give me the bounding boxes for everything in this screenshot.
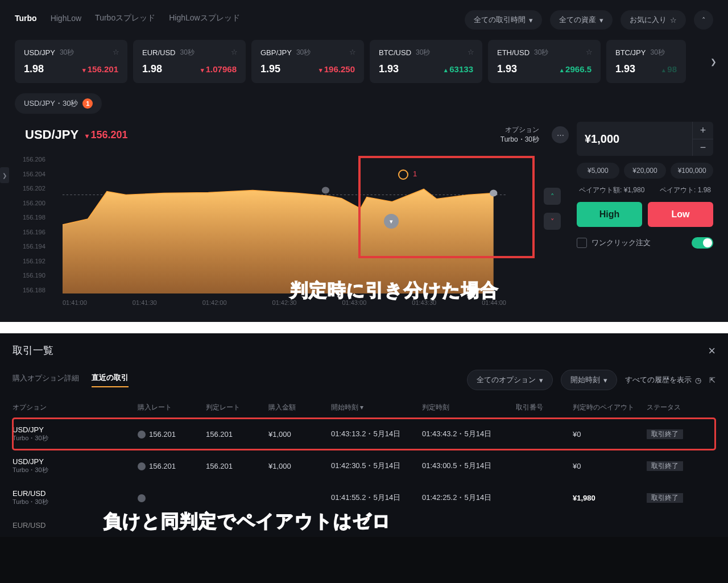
x-axis: 01:41:0001:41:30 01:42:0001:42:30 01:43:… [63,299,506,306]
table-row[interactable]: USD/JPYTurbo・30秒 156.201 156.201 ¥1,000 … [13,418,715,450]
export-button[interactable]: ⇱ [709,376,715,384]
checkbox-icon [577,238,587,248]
high-button[interactable]: High [577,202,642,227]
amount-input[interactable]: ¥1,000 + − [577,122,713,156]
asset-card-ethusd[interactable]: ETH/USD30秒 ☆ 1.932966.5 [488,40,601,83]
chevron-down-icon: ▾ [539,376,543,384]
asset-cards: ❯ USD/JPY30秒 ☆ 1.98156.201 EUR/USD30秒 ☆ … [15,40,713,83]
current-price: 156.201 [82,64,118,74]
amount-minus-button[interactable]: − [693,139,713,156]
chevron-down-icon: ▾ [529,16,533,24]
star-icon[interactable]: ☆ [349,48,356,56]
chart-pair: USD/JPY [25,127,78,142]
order-panel: ¥1,000 + − ¥5,000 ¥20,000 ¥100,000 ペイアウト… [577,122,713,311]
star-icon[interactable]: ☆ [231,48,238,56]
table-row[interactable]: USD/JPYTurbo・30秒 156.201 156.201 ¥1,000 … [13,450,715,482]
chevron-down-icon: ▾ [603,376,607,384]
svg-point-1 [490,189,497,196]
chevron-down-icon: ▾ [599,16,603,24]
oneclick-toggle[interactable] [692,237,713,249]
clock-icon: ◷ [695,376,701,384]
table-header: オプション 購入レート 判定レート 購入金額 開始時刻 ▾ 判定時刻 取引番号 … [13,403,715,418]
chart-up-button[interactable]: ˄ [544,188,561,205]
asset-card-usdjpy[interactable]: USD/JPY30秒 ☆ 1.98156.201 [15,40,127,83]
trading-panel: Turbo HighLow Turboスプレッド HighLowスプレッド 全て… [0,0,728,322]
down-marker-icon [384,214,399,229]
order-marker: 1 [398,169,408,180]
star-icon[interactable]: ☆ [586,48,593,56]
asset-tab-label: USD/JPY・30秒 [24,98,78,109]
status-badge: 取引終了 [647,429,683,439]
status-badge: 取引終了 [647,461,683,471]
tab-turbo-spread[interactable]: Turboスプレッド [95,13,155,27]
star-icon[interactable]: ☆ [113,48,119,56]
chart-down-button[interactable]: ˅ [544,213,561,230]
external-link-icon: ⇱ [709,376,715,384]
subtab-option-detail[interactable]: 購入オプション詳細 [13,373,79,387]
open-count-badge: 1 [82,98,93,109]
close-button[interactable]: × [708,344,715,358]
collapse-button[interactable]: ˄ [694,10,713,30]
filter-all-options[interactable]: 全てのオプション▾ [467,370,553,390]
preset-20000[interactable]: ¥20,000 [624,163,667,179]
filter-time[interactable]: 全ての取引時間▾ [465,10,542,30]
payout-info: ペイアウト額: ¥1,980 ペイアウト: 1.98 [577,185,713,195]
payout-rate: 1.98 [24,63,44,75]
asset-duration: 30秒 [60,48,74,57]
open-asset-tab[interactable]: USD/JPY・30秒 1 [15,93,102,114]
product-tabs: Turbo HighLow Turboスプレッド HighLowスプレッド 全て… [15,10,713,30]
chart-option-info: オプション Turbo・30秒 [500,125,546,144]
y-axis: 156.206156.204 156.202156.200 156.198156… [23,156,46,293]
subtab-recent-trades[interactable]: 直近の取引 [92,373,129,387]
chart-price: 156.201 [85,129,127,141]
oneclick-label: ワンクリック注文 [592,238,651,248]
asset-card-gbpjpy[interactable]: GBP/JPY30秒 ☆ 1.95196.250 [251,40,364,83]
star-icon[interactable]: ☆ [468,48,474,56]
filter-start-time[interactable]: 開始時刻▾ [561,370,617,390]
scroll-right-button[interactable]: ❯ [710,57,717,66]
asset-card-btcusd[interactable]: BTC/USD30秒 ☆ 1.9363133 [370,40,482,83]
filter-asset[interactable]: 全ての資産▾ [550,10,613,30]
chart-menu-button[interactable]: ⋯ [552,126,569,143]
asset-pair: USD/JPY [24,48,55,57]
amount-plus-button[interactable]: + [693,122,713,139]
asset-card-btcjpy[interactable]: BTC/JPY30秒 1.9398 [606,40,686,83]
annotation-text: 負けと同判定でペイアウトはゼロ [104,509,391,534]
direction-icon [138,431,146,439]
direction-icon [138,494,146,502]
preset-5000[interactable]: ¥5,000 [577,163,619,179]
show-all-history-button[interactable]: すべての履歴を表示◷ [625,375,701,385]
preset-100000[interactable]: ¥100,000 [671,163,713,179]
tab-turbo[interactable]: Turbo [15,14,37,26]
chart-container: ❯ USD/JPY 156.201 オプション Turbo・30秒 ⋯ 156.… [15,122,713,311]
star-icon: ☆ [670,16,677,24]
tab-highlow[interactable]: HighLow [51,14,81,26]
filter-favorites[interactable]: お気に入り☆ [621,10,686,30]
direction-icon [138,462,146,470]
svg-point-2 [322,187,329,193]
tab-highlow-spread[interactable]: HighLowスプレッド [169,13,239,27]
status-badge: 取引終了 [647,493,683,503]
asset-card-eurusd[interactable]: EUR/USD30秒 ☆ 1.981.07968 [133,40,246,83]
trade-history-panel: 取引一覧 × 購入オプション詳細 直近の取引 全てのオプション▾ 開始時刻▾ す… [0,333,728,537]
price-chart[interactable]: 1 判定時に引き分けた場合 [63,156,506,293]
chevron-up-icon: ˄ [702,16,706,24]
amount-value: ¥1,000 [577,123,692,155]
panel-title: 取引一覧 [13,344,53,357]
low-button[interactable]: Low [648,202,713,227]
sidebar-toggle[interactable]: ❯ [0,167,9,183]
